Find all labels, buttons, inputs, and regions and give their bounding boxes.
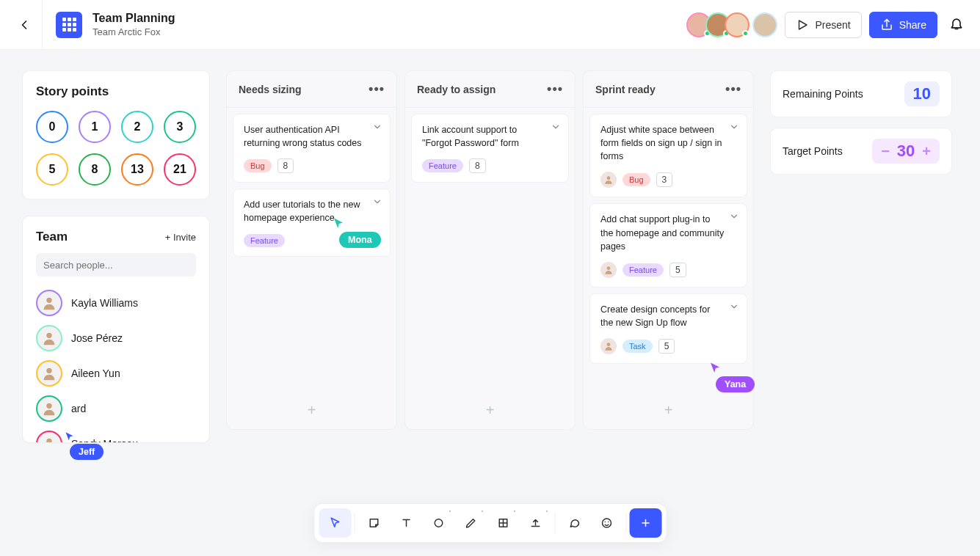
remaining-points-value: 10 (904, 81, 940, 106)
board-card[interactable]: Add user tutorials to the new homepage e… (233, 189, 391, 256)
chevron-down-icon[interactable] (551, 122, 561, 132)
grid-icon (496, 516, 509, 530)
top-bar: Team Planning Team Arctic Fox Present Sh… (0, 0, 980, 50)
canvas[interactable]: Story points 0123581321 Team + Invite Ka… (0, 50, 980, 464)
chevron-down-icon[interactable] (729, 122, 739, 132)
page-title: Team Planning (92, 12, 175, 25)
tool-text[interactable] (390, 508, 422, 538)
search-input[interactable] (43, 260, 189, 271)
svg-point-1 (46, 298, 51, 303)
target-points-label: Target Points (783, 145, 843, 157)
story-point-chip[interactable]: 2 (121, 111, 153, 143)
board-column: Needs sizing•••User authentication API r… (226, 70, 397, 430)
team-title: Team (36, 230, 68, 244)
team-search[interactable] (36, 253, 196, 277)
tool-sticky[interactable] (357, 508, 390, 538)
target-minus-button[interactable]: − (881, 143, 890, 160)
chevron-down-icon[interactable] (372, 122, 382, 132)
story-point-chip[interactable]: 21 (164, 153, 196, 186)
notifications-button[interactable] (949, 16, 964, 34)
svg-point-11 (602, 519, 611, 527)
share-button[interactable]: Share (869, 12, 937, 38)
column-menu-button[interactable]: ••• (547, 81, 563, 97)
board-card[interactable]: User authentication API returning wrong … (233, 114, 391, 183)
member-name: Kayla Williams (71, 297, 138, 309)
board-card[interactable]: Add chat support plug-in to the homepage… (589, 203, 747, 287)
column-menu-button[interactable]: ••• (725, 81, 741, 97)
assignee-avatar (600, 262, 617, 278)
back-button[interactable] (6, 0, 43, 50)
svg-marker-0 (799, 21, 807, 29)
target-points-control: − 30 + (872, 139, 940, 164)
chevron-down-icon[interactable] (372, 197, 382, 207)
tool-add[interactable] (629, 508, 661, 538)
app-logo[interactable] (56, 12, 82, 38)
card-badge: Feature (422, 159, 463, 172)
board-card[interactable]: Create design concepts for the new Sign … (589, 293, 747, 364)
sticky-note-icon (367, 516, 380, 530)
card-points: 3 (656, 172, 673, 187)
member-name: Aileen Yun (71, 367, 120, 379)
chevron-down-icon[interactable] (729, 211, 739, 222)
story-point-chip[interactable]: 5 (36, 153, 68, 186)
board-card[interactable]: Link account support to "Forgot Password… (411, 114, 569, 183)
add-card-button[interactable]: + (405, 396, 575, 429)
story-point-chip[interactable]: 3 (164, 111, 196, 143)
story-points-panel: Story points 0123581321 (22, 70, 210, 200)
comment-icon (567, 516, 581, 530)
bell-icon (949, 16, 964, 31)
present-button[interactable]: Present (785, 12, 861, 38)
team-member[interactable]: Aileen Yun (23, 356, 209, 391)
assignee-avatar (600, 338, 617, 354)
svg-point-6 (607, 177, 611, 180)
team-member[interactable]: ard (23, 391, 209, 426)
card-title: Link account support to "Forgot Password… (422, 123, 558, 150)
play-icon (796, 18, 809, 32)
svg-point-5 (46, 439, 51, 443)
presence-avatars[interactable] (692, 12, 777, 37)
column-title: Sprint ready (595, 84, 656, 95)
assignee-avatar (600, 172, 617, 188)
card-badge: Feature (623, 263, 664, 277)
add-card-button[interactable]: + (227, 396, 396, 429)
story-point-chip[interactable]: 8 (79, 153, 111, 186)
pencil-icon (464, 516, 477, 530)
card-points: 5 (658, 339, 675, 354)
card-title: Add user tutorials to the new homepage e… (244, 198, 380, 224)
team-member[interactable]: Kayla Williams (23, 285, 209, 321)
column-title: Ready to assign (417, 84, 496, 95)
chevron-down-icon[interactable] (729, 301, 739, 312)
card-badge: Bug (244, 159, 272, 172)
remaining-points-label: Remaining Points (783, 88, 863, 100)
team-member[interactable]: Jose Pérez (23, 321, 209, 356)
card-title: Add chat support plug-in to the homepage… (600, 213, 736, 252)
team-member[interactable]: Sandy Moreau (23, 426, 209, 443)
avatar (36, 360, 62, 387)
invite-button[interactable]: + Invite (165, 232, 196, 243)
remaining-points-panel: Remaining Points 10 (770, 70, 952, 117)
add-card-button[interactable]: + (584, 396, 753, 429)
avatar (36, 325, 62, 351)
column-menu-button[interactable]: ••• (369, 81, 385, 97)
tool-select[interactable] (319, 508, 351, 538)
board-card[interactable]: Adjust white space between form fields o… (589, 114, 747, 197)
tool-upload[interactable]: ˅ (519, 508, 551, 538)
svg-point-7 (607, 266, 611, 270)
tool-shape[interactable]: ˅ (422, 508, 454, 538)
arrow-left-icon (17, 18, 32, 32)
member-name: ard (71, 403, 86, 414)
avatar (36, 395, 62, 422)
story-point-chip[interactable]: 13 (121, 153, 153, 186)
card-title: User authentication API returning wrong … (244, 123, 380, 150)
story-point-chip[interactable]: 1 (79, 111, 111, 143)
story-point-chip[interactable]: 0 (36, 111, 68, 143)
tool-sticker[interactable] (590, 508, 623, 538)
circle-icon (432, 516, 445, 530)
tool-table[interactable]: ˅ (487, 508, 519, 538)
card-badge: Feature (244, 234, 285, 247)
tool-pen[interactable]: ˅ (454, 508, 487, 538)
plus-icon (639, 516, 652, 530)
tool-comment[interactable] (558, 508, 590, 538)
card-badge: Bug (623, 173, 650, 186)
target-plus-button[interactable]: + (922, 143, 931, 160)
